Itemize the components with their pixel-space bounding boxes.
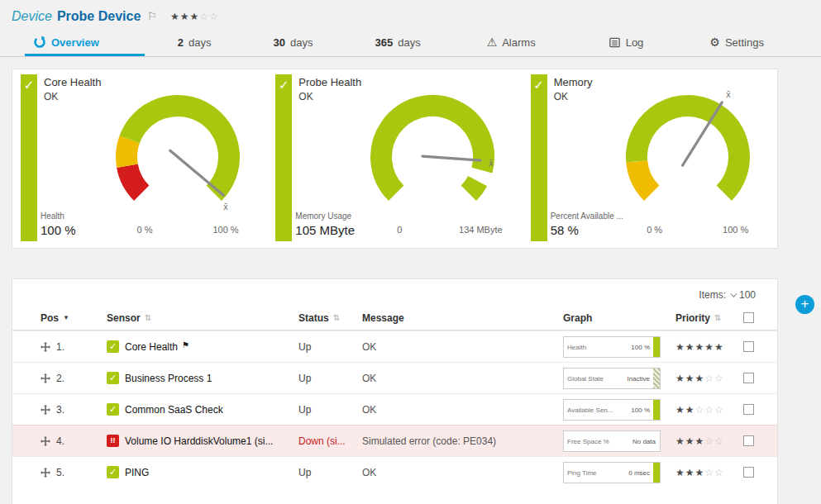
row-position: 2.: [56, 373, 64, 384]
probe-health-gauge: x̄: [350, 83, 515, 223]
sensor-status: Down (si...: [298, 435, 362, 447]
column-header-sensor[interactable]: Sensor ⇅: [107, 312, 298, 324]
gauge-memory: ✓ Memory OK x̄ Percent Available ... 58 …: [523, 69, 777, 248]
select-all-checkbox[interactable]: [743, 312, 754, 323]
gauge-title: Core Health: [44, 76, 101, 88]
gauge-status: OK: [554, 91, 568, 102]
move-handle-icon[interactable]: [41, 405, 50, 415]
tab-label: Settings: [725, 36, 764, 49]
core-health-gauge: x̄: [95, 83, 260, 223]
sensor-link[interactable]: ✓ Common SaaS Check: [107, 403, 298, 416]
stars-filled: ★★★★★: [675, 341, 724, 353]
gauge-metric-value: 105 MByte: [295, 223, 355, 237]
device-priority-stars[interactable]: ★★★☆☆: [170, 11, 219, 22]
graph-label: Global State: [567, 375, 604, 383]
column-header-priority[interactable]: Priority ⇅: [675, 312, 743, 324]
items-count-selector[interactable]: Items: 100: [12, 279, 777, 306]
gauge-probe-health: ✓ Probe Health OK x̄ Memory Usage 105 MB…: [267, 69, 522, 248]
graph-label: Available Sen...: [567, 407, 613, 414]
tab-settings[interactable]: ⚙ Settings: [701, 36, 772, 56]
check-icon: ✓: [279, 78, 289, 92]
column-header-message[interactable]: Message: [362, 312, 563, 324]
stars-filled: ★★★: [170, 11, 199, 22]
sensor-name: Core Health: [125, 341, 178, 353]
mini-graph[interactable]: Free Space % No data: [563, 430, 661, 452]
device-titlebar: Device Probe Device ⚐ ★★★☆☆: [0, 0, 821, 26]
sensor-link[interactable]: ✓ Core Health ⚑: [107, 340, 298, 353]
mini-graph[interactable]: Health 100 %: [563, 336, 661, 358]
status-bar-ok: ✓: [531, 74, 547, 241]
gauge-scale-min: 0 %: [632, 225, 678, 235]
priority-stars[interactable]: ★★★☆☆: [675, 435, 743, 447]
sensor-status: Up: [298, 341, 362, 353]
stars-filled: ★★: [675, 404, 695, 416]
warning-triangle-icon: ⚠: [487, 36, 498, 49]
column-header-graph[interactable]: Graph: [563, 312, 675, 324]
row-checkbox[interactable]: [743, 435, 754, 446]
stars-empty: ☆☆: [704, 467, 724, 478]
gauge-status: OK: [298, 91, 313, 102]
ok-icon: ✓: [107, 466, 119, 478]
row-checkbox[interactable]: [743, 404, 754, 415]
mini-graph[interactable]: Global State Inactive: [563, 368, 661, 389]
priority-stars[interactable]: ★★★☆☆: [675, 373, 743, 384]
tab-overview[interactable]: Overview: [25, 36, 145, 56]
column-label: Graph: [563, 312, 592, 324]
column-label: Message: [362, 312, 404, 324]
tab-30-days[interactable]: 30 days: [265, 36, 322, 56]
row-checkbox[interactable]: [743, 373, 754, 383]
mini-graph[interactable]: Ping Time 0 msec: [563, 462, 661, 483]
priority-stars[interactable]: ★★★★★: [675, 341, 743, 353]
sensor-link[interactable]: !! Volume IO HarddiskVolume1 (si...: [107, 435, 298, 447]
graph-value: 100 %: [631, 407, 650, 414]
column-label: Status: [298, 312, 329, 324]
sort-icon: ⇅: [145, 313, 151, 322]
gear-icon: ⚙: [709, 36, 720, 49]
sensor-link[interactable]: ✓ Business Process 1: [107, 372, 298, 384]
sensor-table-panel: Items: 100 Pos ▼ Sensor ⇅ Status ⇅ Messa…: [12, 278, 778, 504]
table-row: 1. ✓ Core Health ⚑ Up OK Health 100 % ★★…: [12, 330, 777, 362]
sensor-name: Volume IO HarddiskVolume1 (si...: [125, 435, 273, 447]
items-count: 100: [739, 289, 756, 301]
items-label: Items:: [699, 289, 726, 301]
sensor-message: OK: [362, 373, 563, 384]
tab-log[interactable]: Log: [600, 36, 652, 56]
table-header-row: Pos ▼ Sensor ⇅ Status ⇅ Message Graph Pr…: [12, 306, 777, 330]
tab-alarms[interactable]: ⚠ Alarms: [479, 36, 544, 56]
tab-unit: days: [398, 36, 420, 49]
gauge-metric-label: Memory Usage: [295, 212, 351, 221]
sensor-message: Simulated error (code: PE034): [362, 435, 563, 447]
priority-stars[interactable]: ★★★☆☆: [675, 467, 743, 478]
row-checkbox[interactable]: [743, 467, 754, 478]
graph-value: No data: [632, 438, 656, 445]
flag-icon[interactable]: ⚐: [147, 10, 157, 22]
stars-empty: ☆☆☆: [695, 404, 724, 416]
stars-empty: ☆☆: [704, 435, 724, 447]
mini-graph[interactable]: Available Sen... 100 %: [563, 399, 661, 421]
column-label: Priority: [675, 312, 710, 324]
table-row: 5. ✓ PING Up OK Ping Time 0 msec ★★★☆☆: [12, 456, 777, 487]
move-handle-icon[interactable]: [41, 468, 50, 478]
tab-365-days[interactable]: 365 days: [366, 36, 428, 56]
add-button[interactable]: +: [795, 295, 814, 314]
ok-icon: ✓: [107, 403, 119, 416]
graph-label: Free Space %: [567, 438, 609, 445]
ok-icon: ✓: [107, 372, 119, 384]
chevron-down-icon: [730, 290, 737, 297]
stars-filled: ★★★: [675, 373, 704, 384]
move-handle-icon[interactable]: [41, 342, 50, 352]
priority-stars[interactable]: ★★☆☆☆: [675, 404, 743, 416]
row-checkbox[interactable]: [743, 341, 754, 352]
column-header-status[interactable]: Status ⇅: [298, 312, 362, 324]
column-label: Pos: [41, 312, 59, 324]
move-handle-icon[interactable]: [41, 436, 50, 446]
sensor-link[interactable]: ✓ PING: [107, 466, 298, 478]
gauge-needle: [422, 156, 480, 160]
move-handle-icon[interactable]: [41, 373, 50, 383]
tab-num: 30: [274, 36, 285, 49]
tab-2-days[interactable]: 2 days: [169, 36, 220, 56]
graph-bar: [653, 400, 660, 420]
column-header-pos[interactable]: Pos ▼: [41, 312, 107, 324]
gauge-status: OK: [44, 91, 58, 102]
tab-label: Overview: [51, 36, 99, 49]
